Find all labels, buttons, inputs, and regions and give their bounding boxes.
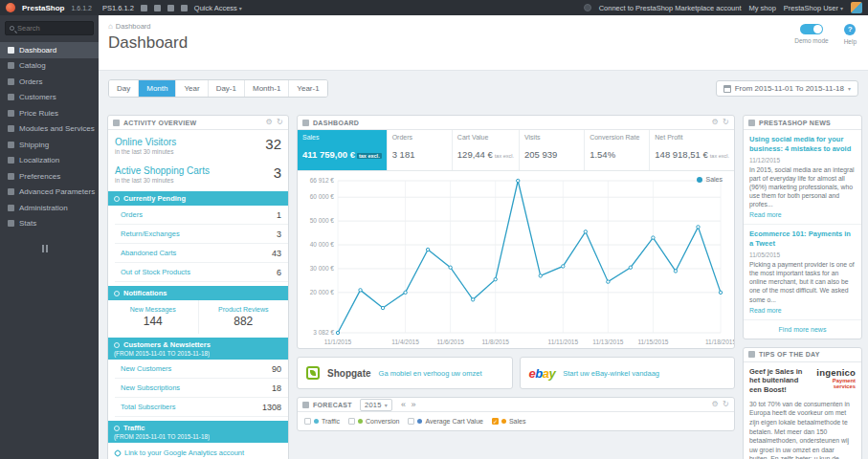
previous-icon[interactable]: « — [401, 401, 406, 409]
checkbox-checked-icon: ✓ — [492, 418, 499, 425]
modules-icon — [8, 125, 14, 132]
calendar-icon — [723, 85, 731, 93]
svg-text:60 000 €: 60 000 € — [310, 193, 335, 200]
refresh-icon[interactable]: ↻ — [723, 401, 729, 408]
activity-panel-title: ACTIVITY OVERVIEW — [123, 120, 196, 126]
legend-sales[interactable]: ✓Sales — [492, 418, 526, 425]
read-more-link[interactable]: Read more — [749, 211, 856, 218]
new-messages-cell[interactable]: New Messages 144 — [108, 300, 199, 334]
user-menu[interactable]: PrestaShop User ▾ — [784, 4, 843, 12]
chart-legend[interactable]: Sales — [697, 176, 723, 183]
forecast-panel: FORECAST 2015 ▾ « » ⚙↻ Traffic Conversio… — [297, 397, 735, 431]
ebay-link[interactable]: Start uw eBay-winkel vandaag — [563, 369, 659, 378]
sidebar-item-label: Shipping — [19, 141, 49, 149]
sidebar-collapse-button[interactable] — [42, 245, 99, 252]
sidebar-item-localization[interactable]: Localization — [0, 153, 99, 169]
currently-pending-header: Currently Pending — [108, 191, 288, 206]
refresh-icon[interactable]: ↻ — [277, 119, 283, 126]
product-reviews-cell[interactable]: Product Reviews 882 — [199, 300, 289, 334]
user-name: PrestaShop User — [784, 4, 838, 12]
sidebar-item-orders[interactable]: Orders — [0, 74, 99, 90]
sidebar-item-catalog[interactable]: Catalog — [0, 58, 99, 75]
online-visitors-label[interactable]: Online Visitors — [115, 137, 176, 147]
date-range-picker[interactable]: From 2015-11-01 To 2015-11-18 ▾ — [716, 80, 858, 97]
row-new-customers[interactable]: New Customers90 — [115, 360, 288, 379]
prestashop-news-panel: PRESTASHOP NEWS Using social media for y… — [743, 115, 862, 339]
filter-day-1-button[interactable]: Day-1 — [209, 80, 245, 97]
help-icon[interactable]: ? — [844, 24, 856, 35]
filter-month-button[interactable]: Month — [139, 80, 176, 97]
pending-row-returns[interactable]: Return/Exchanges3 — [115, 225, 288, 244]
marketplace-icon — [584, 4, 591, 11]
filter-month-1-button[interactable]: Month-1 — [245, 80, 289, 97]
sidebar-item-advanced-parameters[interactable]: Advanced Parameters — [0, 185, 99, 201]
gear-icon[interactable]: ⚙ — [266, 119, 273, 126]
sidebar-item-price-rules[interactable]: Price Rules — [0, 105, 99, 121]
sidebar-search[interactable] — [5, 21, 94, 35]
demo-mode-toggle[interactable] — [800, 24, 823, 34]
sidebar-item-customers[interactable]: Customers — [0, 90, 99, 106]
ebay-promo[interactable]: ebay Start uw eBay-winkel vandaag — [520, 357, 736, 389]
forecast-year-select[interactable]: 2015 ▾ — [360, 399, 392, 411]
page-header: ⌂ Dashboard Dashboard Demo mode ? Help — [99, 15, 868, 71]
kpi-cart-value[interactable]: Cart Value 129,44 €tax excl. — [453, 130, 520, 170]
online-visitors-value: 32 — [265, 137, 281, 151]
marketplace-link[interactable]: Connect to PrestaShop Marketplace accoun… — [599, 4, 742, 12]
sidebar-item-label: Orders — [19, 77, 42, 86]
sidebar-item-modules[interactable]: Modules and Services — [0, 121, 99, 138]
kpi-net-profit[interactable]: Net Profit 148 918,51 €tax excl. — [650, 130, 734, 170]
kpi-visits[interactable]: Visits 205 939 — [520, 130, 585, 170]
plane-icon[interactable] — [167, 5, 174, 11]
row-new-subscriptions[interactable]: New Subscriptions18 — [115, 379, 288, 398]
kpi-sales[interactable]: Sales 411 759,00 €tax excl. — [298, 130, 388, 170]
customers-newsletters-range: (FROM 2015-11-01 TO 2015-11-18) — [114, 350, 210, 357]
article-excerpt: In 2015, social media are an integral pa… — [749, 165, 856, 209]
filter-day-button[interactable]: Day — [109, 80, 139, 97]
my-shop-link[interactable]: My shop — [749, 4, 776, 12]
filter-year-button[interactable]: Year — [176, 80, 208, 97]
article-title-link[interactable]: Using social media for your business: 4 … — [749, 135, 856, 154]
gear-icon[interactable]: ⚙ — [712, 119, 719, 126]
chevron-down-icon: ▾ — [385, 402, 388, 408]
sidebar-item-preferences[interactable]: Preferences — [0, 168, 99, 185]
customer-icon[interactable] — [154, 5, 161, 11]
article-title-link[interactable]: Ecommerce 101: Payments in a Tweet — [749, 230, 856, 249]
next-icon[interactable]: » — [411, 401, 415, 409]
trophy-icon[interactable] — [181, 5, 188, 11]
pending-row-orders[interactable]: Orders1 — [115, 206, 288, 225]
sidebar-item-administration[interactable]: Administration — [0, 200, 99, 216]
legend-conversion[interactable]: Conversion — [348, 418, 399, 425]
svg-text:66 912 €: 66 912 € — [310, 177, 335, 184]
sidebar-item-shipping[interactable]: Shipping — [0, 137, 99, 153]
pending-row-abandoned-carts[interactable]: Abandoned Carts43 — [115, 244, 288, 263]
shopgate-link[interactable]: Ga mobiel en verhoog uw omzet — [379, 369, 482, 378]
sidebar-item-label: Advanced Parameters — [19, 187, 95, 196]
sidebar-item-stats[interactable]: Stats — [0, 216, 99, 232]
find-more-news-link[interactable]: Find more news — [744, 320, 861, 339]
legend-average-cart-value[interactable]: Average Cart Value — [408, 418, 482, 425]
customers-newsletters-title: Customers & Newsletters — [123, 340, 211, 349]
active-carts-label[interactable]: Active Shopping Carts — [115, 165, 210, 176]
legend-label: Sales — [705, 176, 723, 183]
quick-access-menu[interactable]: Quick Access ▾ — [194, 4, 242, 12]
read-more-link[interactable]: Read more — [749, 307, 856, 314]
sidebar-item-dashboard[interactable]: Dashboard — [0, 42, 99, 58]
legend-traffic[interactable]: Traffic — [304, 418, 340, 425]
kpi-conversion-rate[interactable]: Conversion Rate 1.54% — [585, 130, 650, 170]
cart-icon[interactable] — [141, 5, 147, 11]
page-title: Dashboard — [108, 33, 868, 53]
shop-name[interactable]: PS1.6.1.2 — [102, 4, 134, 12]
chevron-down-icon: ▾ — [848, 85, 851, 92]
kpi-orders[interactable]: Orders 3 181 — [388, 130, 453, 170]
article-date: 11/05/2015 — [749, 251, 856, 258]
gear-icon[interactable]: ⚙ — [712, 401, 719, 408]
refresh-icon[interactable]: ↻ — [723, 119, 729, 126]
shopgate-promo[interactable]: Shopgate Ga mobiel en verhoog uw omzet — [297, 357, 513, 389]
sidebar-item-label: Customers — [19, 93, 56, 101]
filter-year-1-button[interactable]: Year-1 — [289, 80, 326, 97]
row-total-subscribers[interactable]: Total Subscribers1308 — [115, 398, 288, 417]
search-input[interactable] — [17, 24, 86, 33]
google-analytics-link[interactable]: Link to your Google Analytics account — [108, 443, 288, 459]
pending-row-out-of-stock[interactable]: Out of Stock Products6 — [115, 263, 288, 282]
avatar[interactable] — [851, 2, 862, 13]
